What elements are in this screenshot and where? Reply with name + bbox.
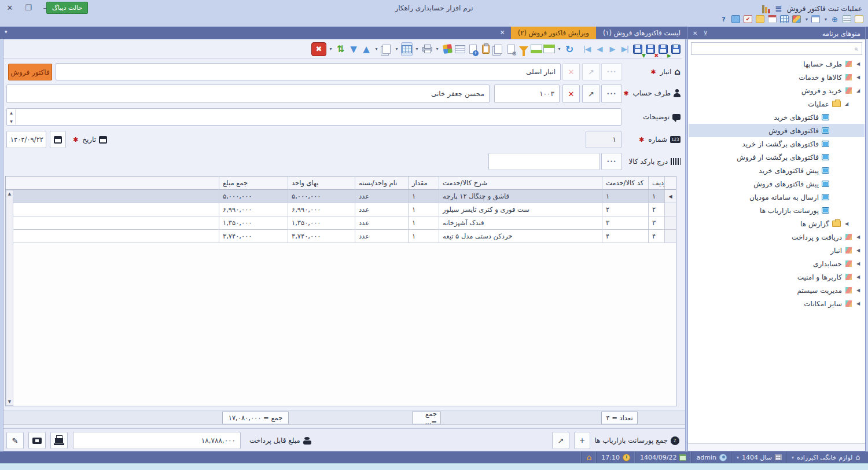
notes-expand-icon[interactable]: ▲▼	[8, 109, 16, 124]
sidebar-item[interactable]: فاکتورهای برگشت از خرید	[689, 137, 865, 150]
barcode-input[interactable]	[488, 153, 600, 170]
save-delete-button[interactable]: ✖	[645, 42, 656, 56]
nav-next-button[interactable]: ▶	[606, 42, 618, 56]
page-settings-button[interactable]	[505, 42, 517, 56]
panel-bottom-button[interactable]	[531, 42, 542, 56]
sort-button[interactable]: ⇅	[335, 42, 347, 56]
dropdown-icon[interactable]: ▾	[806, 17, 808, 22]
warehouse-clear-button[interactable]: ✕	[562, 63, 580, 80]
tasks-icon[interactable]: ✔	[744, 15, 752, 23]
sidebar-item[interactable]: پیش فاکتورهای خرید	[689, 164, 865, 177]
grid-view-button[interactable]	[401, 42, 413, 56]
note-edit-button[interactable]: ✎	[6, 432, 24, 449]
sidebar-item[interactable]: ◢عملیات	[689, 97, 865, 111]
collapsed-arrow-icon[interactable]: ◀	[844, 221, 849, 226]
tab-sales-invoices-list[interactable]: لیست فاکتورهای فروش (۱)	[596, 27, 687, 39]
sidebar-item[interactable]: فاکتورهای برگشت از فروش	[689, 150, 865, 164]
column-header[interactable]: جمع مبلغ	[219, 177, 288, 189]
save-new-button[interactable]: ▶	[657, 42, 669, 56]
commission-open-button[interactable]: ↗	[552, 432, 569, 449]
print-button[interactable]	[421, 42, 433, 56]
sidebar-search-input[interactable]: ⌕	[691, 42, 862, 55]
sidebar-item[interactable]: پیش فاکتورهای فروش	[689, 177, 865, 190]
sidebar-item[interactable]: فاکتورهای خرید	[689, 111, 865, 124]
sidebar-item[interactable]: ◀انبار	[689, 244, 865, 257]
account-clear-button[interactable]: ✕	[562, 85, 580, 103]
filter-button[interactable]	[518, 42, 529, 56]
sidebar-item[interactable]: ارسال به سامانه مودیان	[689, 190, 865, 204]
sidebar-resize-gutter[interactable]	[688, 443, 865, 451]
table-row[interactable]: ۲۲ست قوری و کتری تایسز سیلور۱عدد۶,۹۹۰,۰۰…	[6, 203, 676, 216]
copy-button[interactable]	[381, 42, 392, 56]
copy-dropdown[interactable]: ▾	[393, 42, 400, 56]
expanded-arrow-icon[interactable]: ◢	[855, 88, 861, 93]
chevron-down-icon[interactable]: ▾	[737, 455, 739, 460]
barcode-browse-button[interactable]: •••	[601, 153, 622, 170]
sidebar-item[interactable]: ◀حسابداری	[689, 257, 865, 270]
account-browse-button[interactable]: •••	[601, 85, 622, 103]
scroll-up-icon[interactable]: ▲	[8, 192, 11, 196]
scroll-down-icon[interactable]: ▼	[8, 399, 11, 404]
add-circle-icon[interactable]: ⊕	[830, 15, 839, 23]
collapsed-arrow-icon[interactable]: ◀	[855, 288, 861, 293]
move-up-button[interactable]: ▲	[361, 42, 372, 56]
calendar-icon[interactable]	[768, 15, 777, 23]
delete-dropdown[interactable]: ▾	[328, 42, 334, 56]
grid-scrollbar[interactable]: ▲▼	[6, 190, 13, 406]
statusbar-item[interactable]: 17:10	[596, 451, 635, 463]
sidebar-item[interactable]: ◀گزارش ها	[689, 217, 865, 230]
list-icon[interactable]	[843, 15, 851, 23]
collapsed-arrow-icon[interactable]: ◀	[855, 248, 861, 253]
tab-close-icon[interactable]: ✕	[494, 27, 510, 39]
statusbar-item[interactable]: ⌂لوازم خانگی اکبرزاده▾	[786, 451, 865, 463]
sidebar-item[interactable]: ◀دریافت و پرداخت	[689, 230, 865, 244]
help-icon[interactable]: ?	[719, 15, 728, 23]
users-icon[interactable]	[855, 15, 863, 23]
nav-prev-button[interactable]: ◀	[594, 42, 605, 56]
warehouse-input[interactable]: انبار اصلی	[56, 63, 561, 80]
menu-icon[interactable]: ≡	[775, 3, 782, 14]
refresh-button[interactable]: ↻	[564, 42, 575, 56]
notes-input[interactable]: ▲▼	[6, 108, 621, 126]
clipboard-button[interactable]	[480, 42, 491, 56]
column-header[interactable]: شرح کالا/خدمت	[439, 177, 602, 189]
statusbar-item[interactable]: 1404/09/22	[635, 451, 691, 463]
new-page-button[interactable]	[467, 42, 479, 56]
table-icon[interactable]	[780, 15, 789, 23]
column-header[interactable]: ردیف	[648, 177, 664, 189]
statusbar-item[interactable]: سال 1404▾	[731, 451, 786, 463]
column-header[interactable]: نام واحد/بسته	[355, 177, 408, 189]
chat-icon[interactable]	[731, 15, 740, 23]
collapsed-arrow-icon[interactable]: ◀	[855, 261, 861, 266]
account-open-button[interactable]: ↗	[582, 85, 600, 103]
camera-button[interactable]	[28, 432, 46, 449]
expanded-arrow-icon[interactable]: ◢	[844, 101, 849, 107]
cash-register-button[interactable]	[50, 432, 68, 449]
account-name-input[interactable]: محسن جعفر خانی	[6, 85, 490, 103]
move-dropdown[interactable]: ▾	[373, 42, 380, 56]
sidebar-item[interactable]: ◀کاربرها و امنیت	[689, 270, 865, 284]
warehouse-open-button[interactable]: ↗	[582, 63, 600, 80]
date-picker-button[interactable]	[50, 131, 66, 148]
grid-dropdown[interactable]: ▾	[414, 42, 420, 56]
print-dropdown[interactable]: ▾	[434, 42, 440, 56]
sidebar-pin-icon[interactable]: ⊻	[703, 30, 707, 36]
collapsed-arrow-icon[interactable]: ◀	[855, 274, 861, 280]
collapsed-arrow-icon[interactable]: ◀	[855, 75, 861, 80]
chevron-down-icon[interactable]: ▾	[792, 455, 794, 460]
dropdown-icon[interactable]: ▾	[825, 17, 827, 22]
column-header[interactable]: بهای واحد	[288, 177, 355, 189]
save-import-button[interactable]: ▼	[632, 42, 643, 56]
sidebar-item[interactable]: ◀سایر امکانات	[689, 297, 865, 310]
move-down-button[interactable]: ▼	[348, 42, 359, 56]
sidebar-item[interactable]: ◀کالاها و خدمات	[689, 71, 865, 84]
tab-overflow-icon[interactable]: ▾	[5, 29, 8, 35]
window-layout-icon[interactable]	[811, 15, 820, 23]
sidebar-item[interactable]: ◀طرف حسابها	[689, 57, 865, 71]
collapsed-arrow-icon[interactable]: ◀	[855, 234, 861, 240]
sidebar-item[interactable]: پورسانت بازاریاب ها	[689, 204, 865, 217]
table-row[interactable]: ۴۴خردکن دستی مدل ۵ تیغه۱عدد۳,۷۴۰,۰۰۰۳,۷۴…	[6, 230, 676, 243]
statusbar-item[interactable]: admin	[691, 451, 731, 463]
nav-last-button[interactable]: ▶|	[619, 42, 631, 56]
column-header[interactable]: مقدار	[408, 177, 439, 189]
